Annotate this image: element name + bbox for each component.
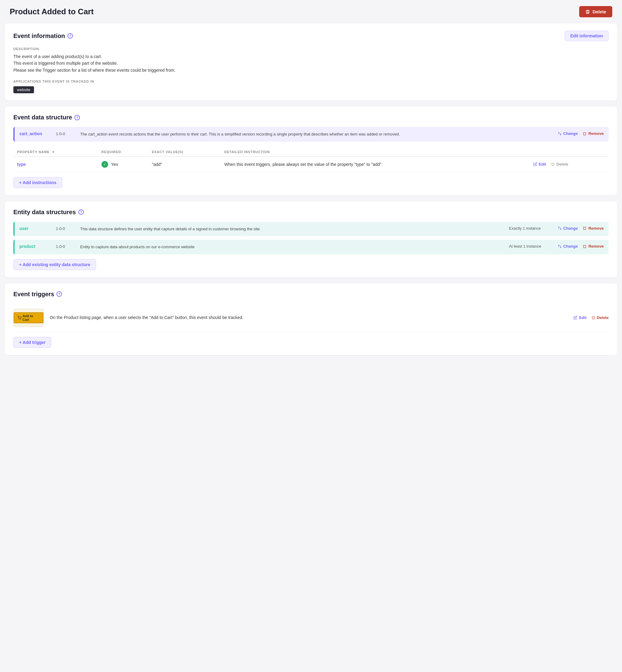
row-actions: Edit Delete <box>533 162 605 166</box>
product-instance-label: At least 1 instance <box>509 244 552 248</box>
col-actions <box>530 148 609 157</box>
product-remove-link[interactable]: Remove <box>583 244 604 248</box>
event-info-title-group: Event information ? <box>13 33 73 39</box>
cart-action-change-link[interactable]: Change <box>558 131 578 136</box>
tracked-section: APPLICATIONS THIS EVENT IS TRACKED IN we… <box>13 79 609 93</box>
desc-line-1: The event of a user adding product(s) to… <box>13 54 176 73</box>
tracked-label: APPLICATIONS THIS EVENT IS TRACKED IN <box>13 79 609 83</box>
product-version: 1-0-0 <box>56 244 74 249</box>
entity-data-title: Entity data structures <box>13 209 76 216</box>
add-to-cart-label: Add to Cart <box>23 314 40 322</box>
event-data-structure-section: Event data structure ? cart_action 1-0-0… <box>5 107 617 195</box>
event-data-structure-header: Event data structure ? <box>13 114 609 121</box>
trash-icon <box>585 9 590 14</box>
trigger-thumbnail: Add to Cart <box>13 309 44 327</box>
tracked-tag-website: website <box>13 86 34 93</box>
user-entity-actions: Change Remove <box>558 226 604 231</box>
entity-data-help-icon[interactable]: ? <box>78 209 84 215</box>
user-change-link[interactable]: Change <box>558 226 578 231</box>
event-triggers-title-group: Event triggers ? <box>13 291 62 298</box>
exact-value-cell: "add" <box>148 157 220 172</box>
col-property-name: PROPERTY NAME ▼ <box>13 148 98 157</box>
trigger-row: Add to Cart On the Product listing page,… <box>13 304 609 332</box>
trigger-actions: Edit Delete <box>574 315 609 320</box>
change-icon <box>558 132 562 136</box>
type-edit-link[interactable]: Edit <box>533 162 546 166</box>
product-remove-icon <box>583 244 587 248</box>
add-entity-button[interactable]: + Add existing entity data structure <box>13 259 96 270</box>
event-info-help-icon[interactable]: ? <box>67 33 73 39</box>
trigger-description: On the Product listing page, when a user… <box>50 314 567 321</box>
svg-point-0 <box>19 319 19 319</box>
add-to-cart-image: Add to Cart <box>14 312 43 323</box>
edit-information-button[interactable]: Edit information <box>564 31 609 41</box>
add-trigger-button[interactable]: + Add trigger <box>13 337 51 348</box>
delete-icon <box>551 162 555 166</box>
type-property-cell: type <box>13 157 98 172</box>
event-data-title: Event data structure <box>13 114 72 121</box>
product-change-icon <box>558 244 562 248</box>
properties-table: PROPERTY NAME ▼ REQUIRED EXACT VALUE(S) … <box>13 148 609 172</box>
product-entity-row: product 1-0-0 Entity to capture data abo… <box>13 240 609 254</box>
cart-action-entity-row: cart_action 1-0-0 The cart_action event … <box>13 127 609 141</box>
trigger-edit-link[interactable]: Edit <box>574 315 586 320</box>
col-required: REQUIRED <box>98 148 148 157</box>
product-entity-actions: Change Remove <box>558 244 604 248</box>
cart-action-actions: Change Remove <box>558 131 604 136</box>
cart-image-icon <box>17 316 21 320</box>
cart-action-version: 1-0-0 <box>56 131 74 136</box>
user-entity-link[interactable]: user <box>20 226 50 231</box>
entity-data-title-group: Entity data structures ? <box>13 209 84 216</box>
event-info-title: Event information <box>13 33 65 39</box>
check-icon: ✓ <box>101 161 108 168</box>
col-exact-value: EXACT VALUE(S) <box>148 148 220 157</box>
remove-trash-icon <box>583 132 587 136</box>
event-information-section: Event information ? Edit information DES… <box>5 23 617 101</box>
product-entity-link[interactable]: product <box>20 244 50 249</box>
user-version: 1-0-0 <box>56 226 74 231</box>
page-header: Product Added to Cart Delete <box>0 0 622 23</box>
event-triggers-header: Event triggers ? <box>13 291 609 298</box>
edit-icon <box>533 162 537 166</box>
description-section: DESCRIPTION The event of a user adding p… <box>13 47 609 73</box>
required-cell: ✓ Yes <box>98 157 148 172</box>
table-body: type ✓ Yes "add" When this event trigger… <box>13 157 609 172</box>
event-triggers-help-icon[interactable]: ? <box>57 291 62 297</box>
description-label: DESCRIPTION <box>13 47 609 51</box>
product-change-link[interactable]: Change <box>558 244 578 248</box>
add-instructions-button[interactable]: + Add instructions <box>13 177 62 188</box>
trigger-delete-icon <box>591 316 595 320</box>
yes-cell: ✓ Yes <box>101 161 145 168</box>
row-actions-cell: Edit Delete <box>530 157 609 172</box>
user-remove-icon <box>583 226 587 230</box>
table-header-row: PROPERTY NAME ▼ REQUIRED EXACT VALUE(S) … <box>13 148 609 157</box>
entity-data-structures-section: Entity data structures ? user 1-0-0 This… <box>5 201 617 277</box>
cart-action-link[interactable]: cart_action <box>20 131 50 136</box>
user-desc: This data structure defines the user ent… <box>80 226 503 232</box>
user-change-icon <box>558 226 562 230</box>
event-triggers-section: Event triggers ? Add to Cart On the Prod… <box>5 283 617 355</box>
user-remove-link[interactable]: Remove <box>583 226 604 231</box>
table-row: type ✓ Yes "add" When this event trigger… <box>13 157 609 172</box>
sort-icon: ▼ <box>51 150 55 154</box>
svg-point-1 <box>21 319 21 319</box>
type-delete-link[interactable]: Delete <box>551 162 568 166</box>
entity-data-header: Entity data structures ? <box>13 209 609 216</box>
delete-button[interactable]: Delete <box>579 6 612 17</box>
trigger-delete-link[interactable]: Delete <box>591 315 609 320</box>
event-data-help-icon[interactable]: ? <box>74 115 80 120</box>
description-text: The event of a user adding product(s) to… <box>13 53 609 73</box>
product-desc: Entity to capture data about products on… <box>80 244 503 250</box>
event-data-title-group: Event data structure ? <box>13 114 80 121</box>
instruction-cell: When this event triggers, please always … <box>221 157 530 172</box>
user-instance-label: Exactly 1 instance <box>509 226 552 231</box>
type-property-link[interactable]: type <box>17 162 26 167</box>
page-title: Product Added to Cart <box>10 7 94 16</box>
table-head: PROPERTY NAME ▼ REQUIRED EXACT VALUE(S) … <box>13 148 609 157</box>
cart-action-remove-link[interactable]: Remove <box>583 131 604 136</box>
col-instruction: DETAILED INSTRUCTION <box>221 148 530 157</box>
user-entity-row: user 1-0-0 This data structure defines t… <box>13 222 609 236</box>
event-info-header: Event information ? Edit information <box>13 31 609 41</box>
cart-action-desc: The cart_action event records actions th… <box>80 131 552 137</box>
event-triggers-title: Event triggers <box>13 291 54 298</box>
